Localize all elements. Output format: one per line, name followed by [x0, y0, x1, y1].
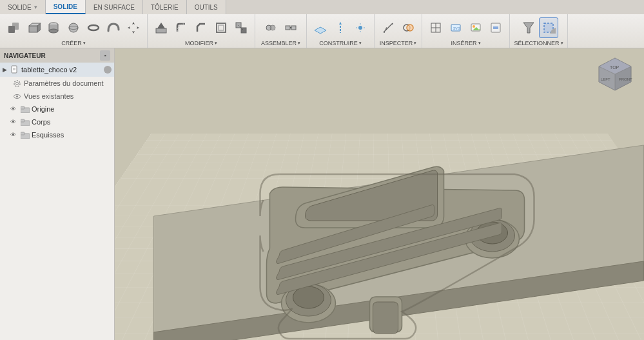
- folder-corps-icon: [21, 119, 30, 126]
- svg-marker-13: [132, 22, 135, 34]
- pipe-btn[interactable]: [104, 17, 123, 38]
- tree-corps-item[interactable]: 👁 Corps: [0, 115, 114, 128]
- axis-btn[interactable]: [331, 17, 350, 38]
- svg-point-55: [16, 82, 19, 85]
- visibility-dot: [104, 66, 112, 74]
- section-modifier: MODIFIER ▾: [148, 14, 255, 48]
- shell-btn[interactable]: [211, 17, 231, 38]
- toolbar: SOLIDE ▾ SOLIDE EN SURFACE TÔLERIE OUTIL…: [0, 0, 644, 48]
- torus-btn[interactable]: [84, 17, 103, 38]
- eye-icon: [13, 92, 21, 101]
- tree-origine-item[interactable]: 👁 Origine: [0, 103, 114, 115]
- joint-btn[interactable]: [261, 17, 280, 38]
- select-filter-btn[interactable]: [519, 17, 538, 38]
- inspecter-icons: d: [378, 17, 418, 38]
- interfer-btn[interactable]: [398, 17, 418, 38]
- gear-icon-small: [13, 79, 21, 88]
- scale-btn[interactable]: [231, 17, 251, 38]
- model-svg: [115, 48, 644, 340]
- svg-rect-15: [156, 28, 166, 33]
- insert-canvas-btn[interactable]: [466, 17, 485, 38]
- tree-vues-item[interactable]: Vues existantes: [0, 90, 114, 103]
- section-inserer-label: INSÉRER ▾: [451, 40, 480, 46]
- svg-text:TOP: TOP: [610, 65, 620, 70]
- svg-text:LEFT: LEFT: [601, 77, 610, 81]
- insert-decal-btn[interactable]: [486, 17, 505, 38]
- new-component-btn[interactable]: [4, 17, 23, 38]
- section-assembler-label: ASSEMBLER ▾: [261, 40, 300, 46]
- svg-marker-16: [157, 23, 165, 28]
- assembler-icons: [261, 17, 300, 38]
- creer-icons: [4, 17, 143, 38]
- sphere-btn[interactable]: [64, 17, 83, 38]
- folder-esquisses-icon: [21, 132, 30, 139]
- cylinder-btn[interactable]: [44, 17, 63, 38]
- svg-marker-27: [315, 27, 326, 34]
- section-modifier-label: MODIFIER ▾: [185, 40, 217, 46]
- rigid-btn[interactable]: [281, 17, 300, 38]
- svg-point-9: [49, 29, 58, 33]
- tab-conception[interactable]: SOLIDE ▾: [0, 0, 46, 14]
- svg-rect-48: [493, 26, 498, 29]
- section-creer: CRÉER ▾: [0, 14, 148, 48]
- svg-rect-60: [21, 106, 24, 109]
- fillet-btn[interactable]: [171, 17, 191, 38]
- svg-point-10: [69, 23, 78, 32]
- measure-btn[interactable]: d: [378, 17, 398, 38]
- svg-marker-14: [128, 26, 139, 29]
- section-creer-label: CRÉER ▾: [61, 40, 86, 46]
- section-inserer: SVG INSÉRER ▾: [422, 14, 510, 48]
- tab-tolerie[interactable]: TÔLERIE: [143, 0, 187, 14]
- tab-en-surface[interactable]: EN SURFACE: [86, 0, 143, 14]
- section-assembler: ASSEMBLER ▾: [255, 14, 307, 48]
- svg-point-69: [293, 286, 324, 308]
- svg-point-56: [14, 81, 20, 86]
- section-selectionner-label: SÉLECTIONNER ▾: [514, 40, 563, 46]
- eye-visible-icon: 👁: [10, 106, 19, 112]
- left-panel: NAVIGATEUR ▪ ▶ tablette_choco v2 Paramèt…: [0, 48, 115, 340]
- svg-rect-24: [286, 26, 290, 30]
- svg-rect-18: [219, 25, 224, 30]
- panel-header: NAVIGATEUR ▪: [0, 48, 114, 63]
- svg-text:SVG: SVG: [453, 26, 460, 30]
- tabs-row: SOLIDE ▾ SOLIDE EN SURFACE TÔLERIE OUTIL…: [0, 0, 644, 14]
- inserer-icons: SVG: [426, 17, 505, 38]
- move-btn[interactable]: [124, 17, 143, 38]
- box-btn[interactable]: [24, 17, 43, 38]
- plane-btn[interactable]: [311, 17, 330, 38]
- doc-icon: [10, 65, 19, 74]
- svg-rect-1: [12, 23, 19, 30]
- tree-params-item[interactable]: Paramètres du document: [0, 77, 114, 90]
- panel-close-btn[interactable]: ▪: [100, 50, 110, 61]
- svg-rect-25: [291, 26, 296, 30]
- section-inspecter-label: INSPECTER ▾: [380, 40, 417, 46]
- folder-origine-icon: [21, 106, 30, 113]
- tree-arrow-root: ▶: [3, 66, 10, 73]
- nav-cube[interactable]: TOP LEFT FRONT: [596, 55, 634, 94]
- tab-outils[interactable]: OUTILS: [187, 0, 226, 14]
- svg-point-45: [473, 25, 475, 28]
- svg-rect-17: [217, 23, 226, 32]
- svg-point-58: [16, 95, 18, 97]
- viewport[interactable]: TOP LEFT FRONT: [115, 48, 644, 340]
- eye-visible-corps-icon: 👁: [10, 119, 19, 125]
- insert-svg-btn[interactable]: SVG: [446, 17, 465, 38]
- tree-esquisses-item[interactable]: 👁 Esquisses: [0, 128, 114, 141]
- pushpull-btn[interactable]: [151, 17, 171, 38]
- svg-rect-52: [12, 66, 17, 73]
- section-construire: CONSTRUIRE ▾: [307, 14, 375, 48]
- section-construire-label: CONSTRUIRE ▾: [319, 40, 362, 46]
- chamfer-btn[interactable]: [191, 17, 211, 38]
- tab-solide[interactable]: SOLIDE: [46, 0, 86, 14]
- section-inspecter: d INSPECTER ▾: [375, 14, 422, 48]
- svg-point-23: [270, 25, 275, 30]
- eye-visible-esquisses-icon: 👁: [10, 132, 19, 138]
- svg-rect-64: [21, 132, 24, 135]
- insert-mesh-btn[interactable]: [426, 17, 445, 38]
- svg-text:d: d: [385, 26, 387, 30]
- tree-root-item[interactable]: ▶ tablette_choco v2: [0, 63, 114, 77]
- svg-text:FRONT: FRONT: [619, 77, 632, 81]
- point-btn[interactable]: [351, 17, 370, 38]
- select-box-btn[interactable]: [539, 17, 558, 38]
- svg-rect-2: [29, 26, 37, 32]
